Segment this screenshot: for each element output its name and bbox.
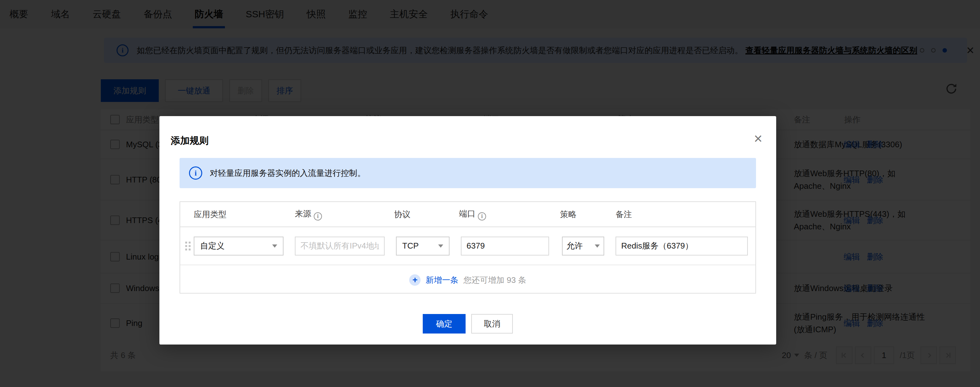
source-input[interactable]: [295, 236, 385, 255]
source-info-icon[interactable]: i: [314, 212, 322, 220]
form-col-policy: 策略: [560, 209, 576, 220]
form-col-port: 端口i: [459, 208, 486, 220]
dialog-title: 添加规则: [171, 134, 208, 147]
plus-icon[interactable]: +: [409, 274, 420, 285]
chevron-down-icon: [438, 244, 443, 247]
dialog-footer-buttons: 确定 取消: [159, 314, 776, 333]
firewall-page: 概要 域名 云硬盘 备份点 防火墙 SSH密钥 快照 监控 主机安全 执行命令 …: [0, 0, 980, 387]
confirm-button[interactable]: 确定: [423, 314, 466, 333]
rule-form-row: 自定义 TCP 允许: [180, 227, 756, 265]
add-row-area: + 新增一条 您还可增加 93 条: [180, 265, 756, 295]
remaining-quota-hint: 您还可增加 93 条: [463, 275, 526, 285]
form-col-app-type: 应用类型: [194, 209, 226, 220]
port-input[interactable]: [461, 236, 549, 255]
protocol-select[interactable]: TCP: [396, 236, 450, 255]
info-icon: i: [189, 167, 202, 180]
rule-form-table: 应用类型 来源i 协议 端口i 策略 备注 自定义 TCP 允许: [180, 201, 756, 293]
form-col-remark: 备注: [616, 209, 632, 220]
app-type-select[interactable]: 自定义: [194, 236, 283, 255]
form-col-protocol: 协议: [394, 209, 410, 220]
dialog-close-icon[interactable]: ×: [754, 131, 762, 146]
form-col-source: 来源i: [295, 208, 322, 220]
chevron-down-icon: [595, 244, 600, 247]
policy-select[interactable]: 允许: [562, 236, 604, 255]
dialog-notice-text: 对轻量应用服务器实例的入流量进行控制。: [210, 168, 366, 179]
cancel-button[interactable]: 取消: [471, 314, 513, 333]
port-info-icon[interactable]: i: [478, 212, 486, 220]
remark-input[interactable]: [616, 236, 748, 255]
add-one-more-button[interactable]: 新增一条: [426, 275, 458, 285]
chevron-down-icon: [272, 244, 277, 247]
dialog-notice-banner: i 对轻量应用服务器实例的入流量进行控制。: [180, 158, 756, 188]
drag-handle-icon[interactable]: [185, 242, 187, 244]
form-header-row: 应用类型 来源i 协议 端口i 策略 备注: [180, 202, 756, 227]
add-rule-dialog: 添加规则 × i 对轻量应用服务器实例的入流量进行控制。 应用类型 来源i 协议…: [159, 116, 776, 344]
